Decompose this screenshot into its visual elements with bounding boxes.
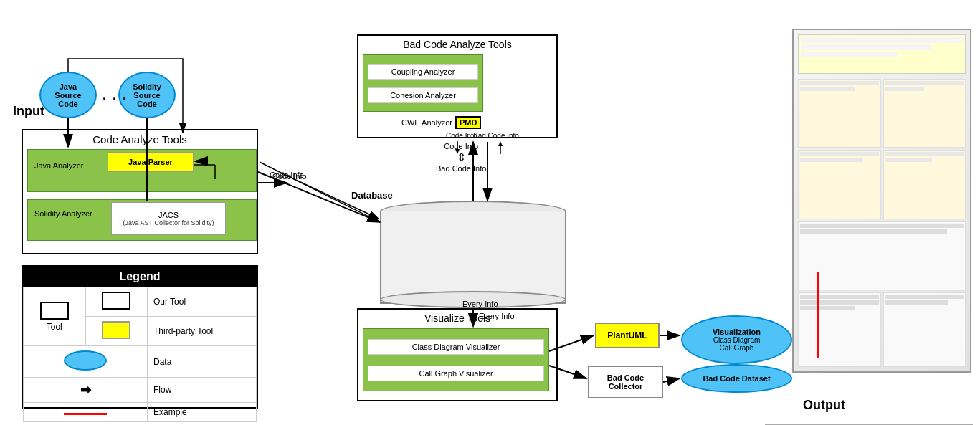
java-analyzer-label: Java Analyzer — [34, 161, 83, 170]
diagram-img-row1 — [798, 34, 966, 74]
bad-code-collector-box: Bad Code Collector — [588, 366, 663, 398]
code-bad-info-area: Code Info ⇕ Bad Code Info — [436, 142, 486, 173]
svg-line-10 — [663, 378, 680, 382]
legend-data-icon — [64, 350, 107, 371]
java-parser-box: Java Parser — [108, 152, 194, 172]
bad-code-tools-title: Bad Code Analyze Tools — [358, 36, 556, 53]
code-info-label: Code Info — [272, 172, 307, 181]
every-info-label: Every Info — [462, 300, 498, 308]
legend-third-party-label: Third-party Tool — [148, 317, 257, 346]
class-diagram-visualizer-item: Class Diagram Visualizer — [368, 339, 544, 355]
code-info-arrows: ⇕ — [457, 151, 466, 164]
call-graph-visualizer-item: Call Graph Visualizer — [368, 366, 544, 381]
cwe-analyzer-row: CWE Analyzer PMD — [401, 116, 481, 129]
solidity-analyzer-label: Solidity Analyzer — [34, 209, 92, 218]
pmd-badge: PMD — [455, 116, 481, 129]
legend-box: Legend Tool Our Tool Third-party Tool — [22, 265, 258, 409]
cwe-analyzer-label: CWE Analyzer — [401, 118, 452, 127]
input-label: Input — [13, 104, 44, 119]
jacs-box: JACS (Java AST Collector for Solidity) — [111, 202, 226, 235]
legend-third-party-icon — [102, 321, 130, 339]
legend-example-label: Example — [148, 403, 257, 422]
bad-code-dataset-label: Bad Code Dataset — [703, 374, 770, 383]
legend-our-tool-label: Our Tool — [148, 287, 257, 317]
legend-third-party-icon-cell — [85, 317, 148, 346]
visualization-ellipse: Visualization Class Diagram Call Graph — [681, 315, 792, 364]
code-info-up-label: Code Info — [444, 142, 478, 151]
bad-code-collector-label: Bad Code Collector — [607, 373, 644, 391]
code-analyze-title: Code Analyze Tools — [23, 130, 257, 148]
legend-header: Legend — [23, 267, 257, 287]
legend-tool-cell: Tool — [24, 287, 86, 346]
java-source-ellipse: Java Source Code — [39, 72, 97, 118]
legend-our-tool-icon-cell — [85, 287, 148, 317]
plantuml-box: PlantUML — [595, 323, 660, 348]
diagram-placeholder — [794, 30, 970, 371]
database-body: package source_file class method field c… — [380, 211, 566, 304]
legend-flow-icon-cell: ➡ — [24, 378, 148, 403]
svg-marker-27 — [498, 141, 503, 146]
legend-table: Tool Our Tool Third-party Tool Data — [23, 287, 257, 422]
dots-separator: · · · — [103, 92, 128, 107]
visualize-tools-title: Visualize Tools — [358, 310, 556, 327]
database-label: Database — [351, 190, 393, 201]
legend-flow-icon: ➡ — [80, 383, 91, 397]
jacs-subtitle: (Java AST Collector for Solidity) — [123, 219, 214, 226]
output-label: Output — [803, 398, 845, 413]
jacs-title: JACS — [158, 211, 179, 219]
visualization-title: Visualization — [713, 328, 761, 336]
visualize-green-area: Class Diagram Visualizer Call Graph Visu… — [363, 328, 549, 391]
coupling-analyzer-item: Coupling Analyzer — [368, 64, 478, 80]
bad-code-dataset-ellipse: Bad Code Dataset — [681, 364, 792, 393]
red-line-diagram — [817, 272, 819, 358]
bad-code-green-area: Coupling Analyzer Cohesion Analyzer — [363, 54, 483, 112]
cohesion-analyzer-item: Cohesion Analyzer — [368, 87, 478, 103]
visualization-subtitle: Class Diagram — [713, 336, 761, 344]
legend-data-icon-cell — [24, 346, 148, 378]
legend-data-label: Data — [148, 346, 257, 378]
legend-our-tool-icon — [102, 292, 130, 310]
legend-example-icon-cell — [24, 403, 148, 422]
visualization-subtitle2: Call Graph — [720, 344, 754, 352]
legend-example-icon — [64, 413, 107, 415]
legend-flow-label: Flow — [148, 378, 257, 403]
legend-tool-icon — [40, 302, 69, 320]
bad-code-info-label: Bad Code Info — [436, 164, 486, 173]
